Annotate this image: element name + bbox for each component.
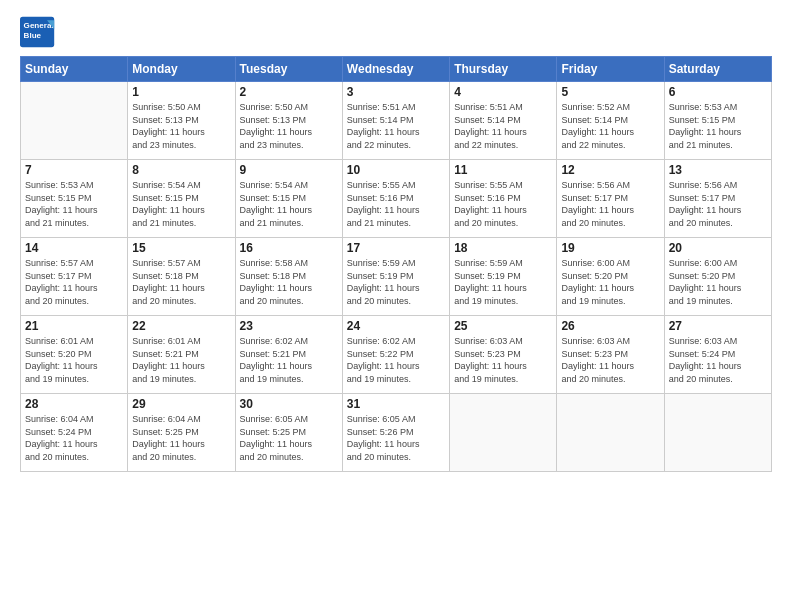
day-number: 21 — [25, 319, 123, 333]
day-info: Sunrise: 5:53 AMSunset: 5:15 PMDaylight:… — [669, 101, 767, 151]
day-cell: 24Sunrise: 6:02 AMSunset: 5:22 PMDayligh… — [342, 316, 449, 394]
header: General Blue — [20, 16, 772, 48]
calendar-table: SundayMondayTuesdayWednesdayThursdayFrid… — [20, 56, 772, 472]
day-info: Sunrise: 6:00 AMSunset: 5:20 PMDaylight:… — [561, 257, 659, 307]
header-cell-thursday: Thursday — [450, 57, 557, 82]
day-cell: 25Sunrise: 6:03 AMSunset: 5:23 PMDayligh… — [450, 316, 557, 394]
day-info: Sunrise: 6:03 AMSunset: 5:23 PMDaylight:… — [454, 335, 552, 385]
day-number: 26 — [561, 319, 659, 333]
day-number: 2 — [240, 85, 338, 99]
week-row-1: 7Sunrise: 5:53 AMSunset: 5:15 PMDaylight… — [21, 160, 772, 238]
day-cell: 18Sunrise: 5:59 AMSunset: 5:19 PMDayligh… — [450, 238, 557, 316]
day-info: Sunrise: 5:56 AMSunset: 5:17 PMDaylight:… — [561, 179, 659, 229]
day-number: 10 — [347, 163, 445, 177]
day-cell: 10Sunrise: 5:55 AMSunset: 5:16 PMDayligh… — [342, 160, 449, 238]
week-row-4: 28Sunrise: 6:04 AMSunset: 5:24 PMDayligh… — [21, 394, 772, 472]
day-info: Sunrise: 6:01 AMSunset: 5:21 PMDaylight:… — [132, 335, 230, 385]
day-number: 14 — [25, 241, 123, 255]
day-info: Sunrise: 6:04 AMSunset: 5:25 PMDaylight:… — [132, 413, 230, 463]
day-cell: 13Sunrise: 5:56 AMSunset: 5:17 PMDayligh… — [664, 160, 771, 238]
day-cell: 22Sunrise: 6:01 AMSunset: 5:21 PMDayligh… — [128, 316, 235, 394]
day-number: 22 — [132, 319, 230, 333]
day-info: Sunrise: 6:03 AMSunset: 5:23 PMDaylight:… — [561, 335, 659, 385]
day-info: Sunrise: 5:50 AMSunset: 5:13 PMDaylight:… — [240, 101, 338, 151]
day-number: 15 — [132, 241, 230, 255]
day-info: Sunrise: 6:02 AMSunset: 5:22 PMDaylight:… — [347, 335, 445, 385]
day-cell: 16Sunrise: 5:58 AMSunset: 5:18 PMDayligh… — [235, 238, 342, 316]
day-cell: 3Sunrise: 5:51 AMSunset: 5:14 PMDaylight… — [342, 82, 449, 160]
day-cell — [450, 394, 557, 472]
day-number: 19 — [561, 241, 659, 255]
calendar-page: General Blue SundayMondayTuesdayWednesda… — [0, 0, 792, 612]
day-number: 6 — [669, 85, 767, 99]
day-info: Sunrise: 5:59 AMSunset: 5:19 PMDaylight:… — [347, 257, 445, 307]
day-number: 25 — [454, 319, 552, 333]
logo: General Blue — [20, 16, 56, 48]
day-number: 7 — [25, 163, 123, 177]
day-info: Sunrise: 5:50 AMSunset: 5:13 PMDaylight:… — [132, 101, 230, 151]
day-cell: 27Sunrise: 6:03 AMSunset: 5:24 PMDayligh… — [664, 316, 771, 394]
day-info: Sunrise: 5:55 AMSunset: 5:16 PMDaylight:… — [454, 179, 552, 229]
day-info: Sunrise: 6:01 AMSunset: 5:20 PMDaylight:… — [25, 335, 123, 385]
week-row-0: 1Sunrise: 5:50 AMSunset: 5:13 PMDaylight… — [21, 82, 772, 160]
logo-icon: General Blue — [20, 16, 56, 48]
day-info: Sunrise: 5:51 AMSunset: 5:14 PMDaylight:… — [347, 101, 445, 151]
day-cell: 14Sunrise: 5:57 AMSunset: 5:17 PMDayligh… — [21, 238, 128, 316]
day-number: 31 — [347, 397, 445, 411]
day-info: Sunrise: 5:57 AMSunset: 5:18 PMDaylight:… — [132, 257, 230, 307]
day-cell: 17Sunrise: 5:59 AMSunset: 5:19 PMDayligh… — [342, 238, 449, 316]
day-number: 11 — [454, 163, 552, 177]
day-cell: 15Sunrise: 5:57 AMSunset: 5:18 PMDayligh… — [128, 238, 235, 316]
day-cell: 5Sunrise: 5:52 AMSunset: 5:14 PMDaylight… — [557, 82, 664, 160]
day-number: 13 — [669, 163, 767, 177]
header-cell-wednesday: Wednesday — [342, 57, 449, 82]
day-info: Sunrise: 5:52 AMSunset: 5:14 PMDaylight:… — [561, 101, 659, 151]
day-cell — [21, 82, 128, 160]
day-cell: 20Sunrise: 6:00 AMSunset: 5:20 PMDayligh… — [664, 238, 771, 316]
day-info: Sunrise: 6:05 AMSunset: 5:25 PMDaylight:… — [240, 413, 338, 463]
header-cell-sunday: Sunday — [21, 57, 128, 82]
day-info: Sunrise: 6:05 AMSunset: 5:26 PMDaylight:… — [347, 413, 445, 463]
day-cell: 2Sunrise: 5:50 AMSunset: 5:13 PMDaylight… — [235, 82, 342, 160]
day-cell: 4Sunrise: 5:51 AMSunset: 5:14 PMDaylight… — [450, 82, 557, 160]
day-cell: 28Sunrise: 6:04 AMSunset: 5:24 PMDayligh… — [21, 394, 128, 472]
day-number: 23 — [240, 319, 338, 333]
day-info: Sunrise: 5:59 AMSunset: 5:19 PMDaylight:… — [454, 257, 552, 307]
header-cell-saturday: Saturday — [664, 57, 771, 82]
header-cell-friday: Friday — [557, 57, 664, 82]
day-number: 17 — [347, 241, 445, 255]
day-info: Sunrise: 5:54 AMSunset: 5:15 PMDaylight:… — [240, 179, 338, 229]
day-number: 8 — [132, 163, 230, 177]
week-row-3: 21Sunrise: 6:01 AMSunset: 5:20 PMDayligh… — [21, 316, 772, 394]
day-cell: 23Sunrise: 6:02 AMSunset: 5:21 PMDayligh… — [235, 316, 342, 394]
day-cell: 29Sunrise: 6:04 AMSunset: 5:25 PMDayligh… — [128, 394, 235, 472]
day-cell: 11Sunrise: 5:55 AMSunset: 5:16 PMDayligh… — [450, 160, 557, 238]
day-info: Sunrise: 5:58 AMSunset: 5:18 PMDaylight:… — [240, 257, 338, 307]
day-cell: 1Sunrise: 5:50 AMSunset: 5:13 PMDaylight… — [128, 82, 235, 160]
day-number: 12 — [561, 163, 659, 177]
day-number: 20 — [669, 241, 767, 255]
day-info: Sunrise: 6:02 AMSunset: 5:21 PMDaylight:… — [240, 335, 338, 385]
day-info: Sunrise: 5:51 AMSunset: 5:14 PMDaylight:… — [454, 101, 552, 151]
day-number: 28 — [25, 397, 123, 411]
day-number: 9 — [240, 163, 338, 177]
day-number: 24 — [347, 319, 445, 333]
day-cell: 6Sunrise: 5:53 AMSunset: 5:15 PMDaylight… — [664, 82, 771, 160]
day-number: 4 — [454, 85, 552, 99]
day-cell: 30Sunrise: 6:05 AMSunset: 5:25 PMDayligh… — [235, 394, 342, 472]
day-cell: 21Sunrise: 6:01 AMSunset: 5:20 PMDayligh… — [21, 316, 128, 394]
day-info: Sunrise: 6:00 AMSunset: 5:20 PMDaylight:… — [669, 257, 767, 307]
day-info: Sunrise: 5:57 AMSunset: 5:17 PMDaylight:… — [25, 257, 123, 307]
day-cell: 26Sunrise: 6:03 AMSunset: 5:23 PMDayligh… — [557, 316, 664, 394]
day-number: 29 — [132, 397, 230, 411]
day-info: Sunrise: 5:56 AMSunset: 5:17 PMDaylight:… — [669, 179, 767, 229]
svg-text:Blue: Blue — [24, 31, 42, 40]
header-cell-tuesday: Tuesday — [235, 57, 342, 82]
day-info: Sunrise: 6:03 AMSunset: 5:24 PMDaylight:… — [669, 335, 767, 385]
day-number: 1 — [132, 85, 230, 99]
day-cell: 9Sunrise: 5:54 AMSunset: 5:15 PMDaylight… — [235, 160, 342, 238]
day-cell: 31Sunrise: 6:05 AMSunset: 5:26 PMDayligh… — [342, 394, 449, 472]
day-cell — [557, 394, 664, 472]
header-cell-monday: Monday — [128, 57, 235, 82]
day-number: 27 — [669, 319, 767, 333]
